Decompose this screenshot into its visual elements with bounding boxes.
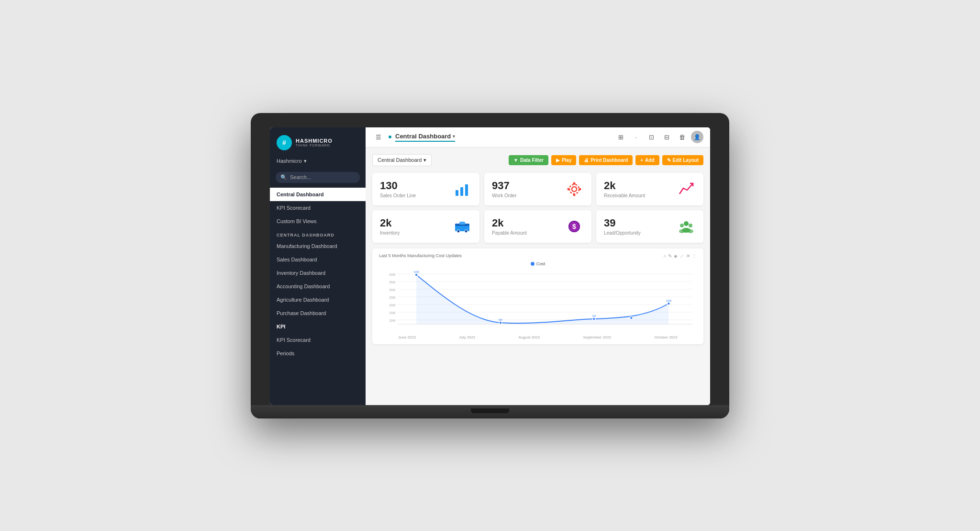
kpi-value-lead: 39 bbox=[604, 217, 641, 229]
topbar-breadcrumb: Central Dashboard ▾ bbox=[395, 133, 455, 142]
sidebar-item-central-dashboard-active[interactable]: Central Dashboard bbox=[270, 188, 366, 201]
kpi-icon-sales bbox=[453, 180, 472, 199]
chart-svg: 40M 35M 30M 25M 20M 15M 10M bbox=[379, 269, 697, 331]
svg-text:15M: 15M bbox=[389, 311, 396, 314]
nav-dot bbox=[389, 136, 391, 138]
kpi-value-inventory: 2k bbox=[380, 217, 400, 229]
dot-icon: · bbox=[635, 134, 637, 141]
x-label-september: September 2022 bbox=[583, 335, 611, 339]
svg-point-7 bbox=[568, 188, 570, 190]
grid-icon-btn[interactable]: ⊞ bbox=[614, 131, 627, 143]
kpi-info-receivable: 2k Receivable Amount bbox=[604, 180, 645, 198]
kpi-card-work-order: 937 Work Order bbox=[484, 173, 591, 205]
data-filter-button[interactable]: ▼ Data Filter bbox=[509, 155, 548, 165]
kpi-value-payable: 2k bbox=[492, 217, 527, 229]
kpi-card-lead: 39 Lead/Opportunity bbox=[596, 210, 703, 243]
svg-point-8 bbox=[579, 188, 581, 190]
sidebar-item-periods[interactable]: Periods bbox=[270, 347, 366, 360]
svg-text:35M: 35M bbox=[389, 280, 396, 283]
add-button[interactable]: + Add bbox=[635, 155, 659, 165]
grid-icon: ⊞ bbox=[618, 134, 624, 141]
search-icon: 🔍 bbox=[280, 174, 287, 181]
svg-text:42M: 42M bbox=[413, 270, 419, 273]
sub-title-button[interactable]: Central Dashboard ▾ bbox=[372, 154, 432, 166]
topbar-title: Central Dashboard bbox=[395, 133, 451, 140]
svg-point-19 bbox=[689, 224, 692, 227]
svg-point-38 bbox=[499, 321, 502, 324]
chart-action-settings[interactable]: ◈ bbox=[674, 253, 678, 259]
kpi-value-sales: 130 bbox=[380, 180, 416, 192]
action-buttons: ▼ Data Filter ▶ Play 🖨 Print Dashboard bbox=[509, 155, 703, 165]
dot-icon-btn[interactable]: · bbox=[630, 131, 642, 143]
svg-point-12 bbox=[465, 230, 468, 233]
laptop-frame: # HASHMICRO THINK FORWARD Hashmicro ▾ 🔍 … bbox=[251, 113, 729, 418]
search-box[interactable]: 🔍 bbox=[276, 172, 360, 183]
x-label-june: June 2022 bbox=[398, 335, 416, 339]
kpi-info-inventory: 2k Inventory bbox=[380, 217, 400, 236]
play-button[interactable]: ▶ Play bbox=[551, 155, 577, 165]
kpi-icon-payable: $ bbox=[565, 217, 584, 236]
hamburger-icon: ☰ bbox=[376, 134, 381, 141]
kpi-card-inventory: 2k Inventory bbox=[372, 210, 479, 243]
svg-text:20M: 20M bbox=[389, 303, 396, 306]
svg-text:25M: 25M bbox=[389, 295, 396, 299]
chart-action-more[interactable]: ⋮ bbox=[692, 253, 697, 259]
edit-icon: ✎ bbox=[667, 158, 671, 163]
kpi-icon-inventory bbox=[453, 217, 472, 236]
sidebar-item-inventory-dashboard[interactable]: Inventory Dashboard bbox=[270, 266, 366, 280]
svg-point-22 bbox=[688, 229, 693, 233]
sidebar-item-kpi-scorecard[interactable]: KPI Scorecard bbox=[270, 201, 366, 215]
search-input[interactable] bbox=[290, 174, 355, 180]
sidebar-item-agriculture-dashboard[interactable]: Agriculture Dashboard bbox=[270, 293, 366, 306]
avatar-icon: 👤 bbox=[694, 134, 701, 140]
play-label: Play bbox=[562, 158, 572, 163]
sidebar-item-accounting-dashboard[interactable]: Accounting Dashboard bbox=[270, 280, 366, 293]
edit-layout-label: Edit Layout bbox=[673, 158, 699, 163]
hamburger-button[interactable]: ☰ bbox=[372, 131, 385, 143]
kpi-icon-receivable bbox=[677, 180, 696, 199]
svg-rect-2 bbox=[465, 184, 468, 196]
chart-x-labels: June 2022 July 2022 August 2022 Septembe… bbox=[379, 335, 697, 339]
svg-rect-13 bbox=[459, 222, 465, 225]
settings-icon-btn[interactable]: ⊟ bbox=[660, 131, 673, 143]
legend-dot bbox=[531, 262, 535, 266]
topbar-left: ☰ Central Dashboard ▾ bbox=[372, 131, 455, 143]
sidebar-item-manufacturing-dashboard[interactable]: Manufacturing Dashboard bbox=[270, 239, 366, 253]
chart-action-edit[interactable]: ✎ bbox=[668, 253, 672, 259]
screen: # HASHMICRO THINK FORWARD Hashmicro ▾ 🔍 … bbox=[270, 127, 710, 405]
laptop-bottom bbox=[251, 405, 729, 418]
sidebar-item-kpi-scorecard-2[interactable]: KPI Scorecard bbox=[270, 333, 366, 347]
chart-title: Last 5 Months Manufacturing Cost Updates bbox=[379, 253, 462, 258]
kpi-card-receivable: 2k Receivable Amount bbox=[596, 173, 703, 205]
avatar[interactable]: 👤 bbox=[691, 131, 703, 143]
chart-action-slash[interactable]: ⟋ bbox=[679, 253, 684, 259]
content-area: Central Dashboard ▾ ▼ Data Filter ▶ Play bbox=[366, 147, 710, 405]
svg-point-6 bbox=[573, 193, 576, 196]
user-dropdown-icon: ▾ bbox=[304, 158, 307, 164]
kpi-card-payable: 2k Payable Amount $ bbox=[484, 210, 591, 243]
kpi-icon-lead bbox=[677, 217, 696, 236]
kpi-label-sales: Sales Order Line bbox=[380, 193, 416, 198]
sidebar-item-sales-dashboard[interactable]: Sales Dashboard bbox=[270, 253, 366, 266]
kpi-label-inventory: Inventory bbox=[380, 230, 400, 236]
sidebar-item-purchase-dashboard[interactable]: Purchase Dashboard bbox=[270, 306, 366, 320]
trash-icon-btn[interactable]: 🗑 bbox=[676, 131, 688, 143]
apps-icon-btn[interactable]: ⊡ bbox=[645, 131, 657, 143]
kpi-label-payable: Payable Amount bbox=[492, 230, 527, 236]
chart-action-circle[interactable]: ○ bbox=[663, 253, 666, 259]
chart-action-close[interactable]: ✕ bbox=[686, 253, 690, 259]
kpi-value-work: 937 bbox=[492, 180, 517, 192]
legend-cost: Cost bbox=[531, 261, 546, 266]
svg-point-21 bbox=[679, 229, 685, 233]
print-icon: 🖨 bbox=[584, 158, 589, 163]
logo: # HASHMICRO THINK FORWARD bbox=[270, 127, 366, 155]
print-dashboard-button[interactable]: 🖨 Print Dashboard bbox=[579, 155, 633, 165]
edit-layout-button[interactable]: ✎ Edit Layout bbox=[662, 155, 703, 165]
main-content: ☰ Central Dashboard ▾ ⊞ · bbox=[366, 127, 710, 405]
user-menu[interactable]: Hashmicro ▾ bbox=[270, 155, 366, 169]
play-icon: ▶ bbox=[556, 158, 560, 163]
topbar-dropdown-icon[interactable]: ▾ bbox=[453, 134, 455, 139]
sidebar-item-custom-bi-views[interactable]: Custom BI Views bbox=[270, 215, 366, 228]
user-name: Hashmicro bbox=[277, 158, 302, 164]
svg-rect-1 bbox=[460, 187, 463, 196]
